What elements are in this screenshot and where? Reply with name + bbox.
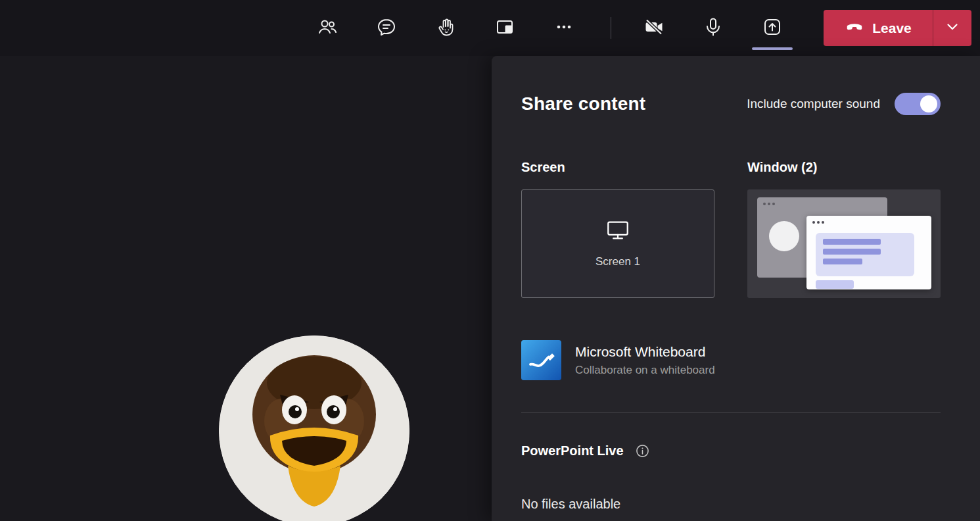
- info-icon[interactable]: [636, 444, 649, 458]
- teams-meeting-window: Leave Share content Include computer sou…: [0, 0, 980, 521]
- hang-up-icon: [845, 16, 864, 39]
- monitor-icon: [605, 219, 630, 243]
- whiteboard-subtitle: Collaborate on a whiteboard: [575, 364, 715, 377]
- more-options-icon: [553, 16, 574, 39]
- more-options-button[interactable]: [548, 12, 580, 44]
- microphone-button[interactable]: [697, 12, 729, 44]
- window-thumbnail-bar: [816, 280, 854, 289]
- whiteboard-icon: [521, 340, 561, 380]
- camera-off-icon: [643, 16, 665, 39]
- share-content-button[interactable]: [757, 12, 788, 44]
- window-section: Window (2): [747, 160, 941, 301]
- raise-hand-icon: [435, 16, 456, 39]
- powerpoint-live-title: PowerPoint Live: [521, 443, 624, 459]
- meeting-toolbar: Leave: [0, 0, 980, 56]
- whiteboard-title: Microsoft Whiteboard: [575, 344, 715, 360]
- no-files-message: No files available: [521, 497, 941, 512]
- window-dots-icon: [763, 203, 766, 205]
- share-panel-header: Share content Include computer sound: [521, 93, 941, 115]
- mascot-avatar-image: [219, 335, 409, 521]
- window-thumbnail-circle: [769, 221, 799, 251]
- screen-section-title: Screen: [521, 160, 714, 175]
- camera-off-button[interactable]: [638, 12, 670, 44]
- share-tray-icon: [762, 16, 783, 39]
- toggle-knob: [920, 95, 937, 112]
- window-thumbnail-list: [816, 233, 914, 276]
- share-content-panel: Share content Include computer sound Scr…: [492, 56, 980, 521]
- window-section-title: Window (2): [747, 160, 941, 175]
- breakout-rooms-icon: [494, 16, 515, 39]
- people-icon: [317, 16, 338, 39]
- chat-icon: [376, 16, 397, 39]
- leave-label: Leave: [872, 20, 912, 36]
- whiteboard-option[interactable]: Microsoft Whiteboard Collaborate on a wh…: [521, 340, 941, 380]
- sound-toggle-label: Include computer sound: [747, 97, 880, 111]
- panel-title: Share content: [521, 93, 645, 114]
- screen-tile-label: Screen 1: [595, 255, 640, 268]
- toolbar-right-group: [638, 0, 788, 56]
- leave-button-group: Leave: [824, 10, 971, 46]
- raise-hand-button[interactable]: [430, 12, 461, 44]
- screen-section: Screen Screen 1: [521, 160, 714, 301]
- powerpoint-live-header: PowerPoint Live: [521, 443, 941, 459]
- people-button[interactable]: [312, 12, 343, 44]
- screen-1-tile[interactable]: Screen 1: [521, 189, 714, 298]
- window-share-tile[interactable]: [747, 189, 941, 298]
- window-dots-icon: [812, 221, 815, 224]
- computer-sound-toggle[interactable]: [895, 93, 941, 115]
- chevron-down-icon: [946, 20, 959, 36]
- chat-button[interactable]: [371, 12, 402, 44]
- computer-sound-group: Include computer sound: [747, 93, 941, 115]
- participant-avatar: [219, 335, 409, 521]
- microphone-icon: [703, 16, 724, 39]
- whiteboard-text: Microsoft Whiteboard Collaborate on a wh…: [575, 344, 715, 377]
- window-thumbnail-front: [806, 216, 931, 289]
- leave-options-button[interactable]: [933, 10, 971, 46]
- panel-divider: [521, 412, 941, 413]
- breakout-rooms-button[interactable]: [489, 12, 521, 44]
- toolbar-left-group: [312, 0, 580, 56]
- share-sources: Screen Screen 1 Window (2): [521, 160, 941, 301]
- toolbar-divider: [611, 17, 611, 39]
- leave-button[interactable]: Leave: [824, 10, 933, 46]
